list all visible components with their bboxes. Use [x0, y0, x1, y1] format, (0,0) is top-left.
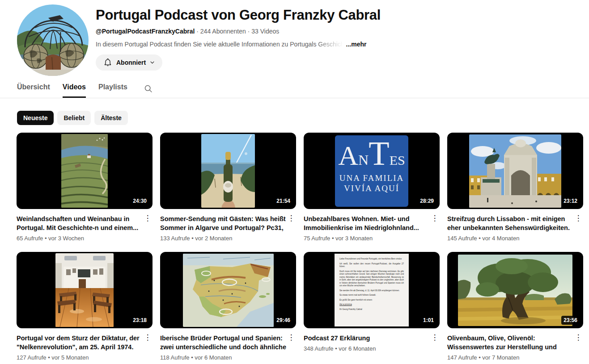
video-title[interactable]: Portugal vor dem Sturz der Diktatur, der… [17, 334, 143, 351]
letter-document-image: Liebe Freundinnen und Freunde Portugals,… [335, 254, 409, 326]
video-meta: 127 Aufrufe • vor 5 Monaten [17, 354, 153, 361]
video-thumbnail-antes-logo[interactable]: ANTES UNA FAMILIA VIVÍA AQUÍ 28:29 [304, 133, 440, 209]
upload-age: vor 3 Wochen [48, 235, 84, 242]
kebab-menu-icon[interactable]: ⋮ [430, 214, 440, 232]
video-meta: 75 Aufrufe • vor 3 Monaten [304, 235, 440, 242]
video-title[interactable]: Streifzug durch Lissabon - mit einigen e… [447, 214, 573, 232]
upload-age: vor 7 Monaten [482, 354, 519, 361]
antes-letter: N [358, 153, 369, 167]
letter-line: Ihr Georg Franzky Cabral [339, 308, 404, 311]
view-count: 145 Aufrufe [447, 235, 477, 242]
upload-age: vor 6 Monaten [195, 354, 232, 361]
antes-caption-line: VIVÍA AQUÍ [344, 183, 399, 194]
subscriber-count: 244 Abonnenten [200, 28, 246, 35]
chip-neueste[interactable]: Neueste [17, 111, 54, 125]
douro-valley-photo [61, 134, 108, 208]
upload-age: vor 4 Monaten [482, 235, 519, 242]
kebab-menu-icon[interactable]: ⋮ [286, 214, 296, 232]
globe-monument-photo [17, 4, 89, 76]
duration-badge: 23:56 [561, 316, 580, 325]
kebab-menu-icon[interactable]: ⋮ [286, 334, 296, 351]
video-thumbnail-classroom[interactable]: 23:18 [17, 252, 153, 328]
kebab-menu-icon[interactable]: ⋮ [573, 334, 583, 351]
video-thumbnail-lisbon-arch[interactable]: 23:12 [447, 133, 583, 209]
duration-badge: 24:30 [131, 197, 149, 205]
channel-title: Portugal Podcast von Georg Franzky Cabra… [96, 7, 381, 23]
video-title[interactable]: Podcast 27 Erklärung [304, 334, 430, 343]
iberian-peninsula-map [183, 254, 274, 327]
video-thumbnail-douro-vineyards[interactable]: 24:30 [17, 133, 153, 209]
kebab-menu-icon[interactable]: ⋮ [573, 214, 583, 232]
video-thumbnail-iberia-map[interactable]: 29:46 [160, 252, 296, 328]
video-thumbnail-olive-tree[interactable]: 23:56 [447, 252, 583, 328]
subscribe-label: Abonniert [116, 59, 146, 66]
meta-separator: • [191, 354, 193, 361]
upload-age: vor 6 Monaten [339, 345, 376, 352]
more-link[interactable]: ...mehr [346, 41, 367, 48]
upload-age: vor 5 Monaten [51, 354, 89, 361]
letter-line: So etwas nennt mal wohl höhere Gewalt. [339, 294, 404, 297]
channel-info: Portugal Podcast von Georg Franzky Cabra… [96, 4, 381, 76]
chip-aelteste[interactable]: Älteste [94, 111, 128, 125]
video-card: 24:30 Weinlandschaften und Weinanbau in … [17, 133, 153, 242]
duration-badge: 29:46 [274, 316, 292, 325]
kebab-menu-icon[interactable]: ⋮ [143, 214, 153, 232]
video-card: 23:18 Portugal vor dem Sturz der Diktatu… [17, 252, 153, 361]
meta-separator: • [45, 235, 47, 242]
duration-badge: 23:12 [561, 197, 580, 205]
meta-separator: • [335, 345, 337, 352]
antes-logo-image: ANTES UNA FAMILIA VIVÍA AQUÍ [335, 135, 408, 207]
channel-avatar[interactable] [17, 4, 89, 76]
channel-stats: @PortugalPodcastFranzkyCabral · 244 Abon… [96, 28, 381, 35]
kebab-menu-icon[interactable]: ⋮ [143, 334, 153, 351]
video-title[interactable]: Sommer-Sendung mit Gästen: Was heißt Som… [160, 214, 286, 232]
upload-age: vor 3 Monaten [335, 235, 373, 242]
bell-icon [103, 58, 113, 67]
letter-line: Liebe Freundinnen und Freunde Portugals,… [339, 258, 404, 261]
video-thumbnail-letter-page[interactable]: Liebe Freundinnen und Freunde Portugals,… [304, 252, 440, 328]
tab-videos[interactable]: Videos [63, 83, 86, 98]
letter-line: Doch muss ich Sie leider auf den nächste… [339, 270, 404, 288]
video-meta: 348 Aufrufe • vor 6 Monaten [304, 345, 440, 352]
duration-badge: 1:01 [421, 316, 436, 325]
separator: · [196, 28, 199, 35]
meta-separator: • [191, 235, 194, 242]
classroom-photo [55, 253, 114, 327]
meta-separator: • [479, 235, 481, 242]
filter-chips: Neueste Beliebt Älteste [17, 111, 589, 125]
view-count: 348 Aufrufe [304, 345, 334, 352]
meta-separator: • [479, 354, 481, 361]
video-title[interactable]: Iberische Brüder Portugal und Spanien: z… [160, 334, 286, 351]
view-count: 133 Aufrufe [160, 235, 190, 242]
kebab-menu-icon[interactable]: ⋮ [430, 334, 440, 343]
video-title[interactable]: Weinlandschaften und Weinanbau in Portug… [17, 214, 143, 232]
channel-description[interactable]: In diesem Portugal Podcast finden Sie vi… [96, 41, 381, 48]
video-card: 29:46 Iberische Brüder Portugal und Span… [160, 252, 296, 361]
video-card: 21:54 Sommer-Sendung mit Gästen: Was hei… [160, 133, 296, 242]
search-icon [144, 84, 153, 93]
search-button[interactable] [144, 84, 153, 98]
upload-age: vor 2 Monaten [195, 235, 232, 242]
video-card: 23:12 Streifzug durch Lissabon - mit ein… [447, 133, 583, 242]
letter-line: Ich weiß, Sie wollen den neuen Portugal-… [339, 263, 404, 268]
letter-line: Es grüßt Sie ganz herzlich mit einem [339, 299, 404, 302]
chevron-down-icon [149, 59, 155, 65]
view-count: 147 Aufrufe [447, 354, 477, 361]
tab-uebersicht[interactable]: Übersicht [17, 83, 50, 98]
video-title[interactable]: Olivenbaum, Olive, Olivenöl: Wissenswert… [447, 334, 573, 351]
lisbon-square-photo [469, 134, 561, 208]
video-title[interactable]: Unbezahlbares Wohnen. Miet- und Immobili… [304, 214, 430, 232]
subscribed-button[interactable]: Abonniert [96, 54, 162, 71]
tab-playlists[interactable]: Playlists [98, 83, 127, 98]
channel-handle: @PortugalPodcastFranzkyCabral [96, 28, 195, 35]
view-count: 127 Aufrufe [17, 354, 47, 361]
separator: · [248, 28, 250, 35]
channel-tabs: Übersicht Videos Playlists [0, 76, 589, 98]
champagne-beach-photo [201, 134, 255, 208]
duration-badge: 28:29 [418, 197, 436, 205]
duration-badge: 23:18 [131, 316, 149, 325]
video-grid: 24:30 Weinlandschaften und Weinanbau in … [17, 133, 583, 361]
video-thumbnail-champagne-beach[interactable]: 21:54 [160, 133, 296, 209]
chip-beliebt[interactable]: Beliebt [57, 111, 91, 125]
antes-letter: ES [390, 154, 405, 167]
